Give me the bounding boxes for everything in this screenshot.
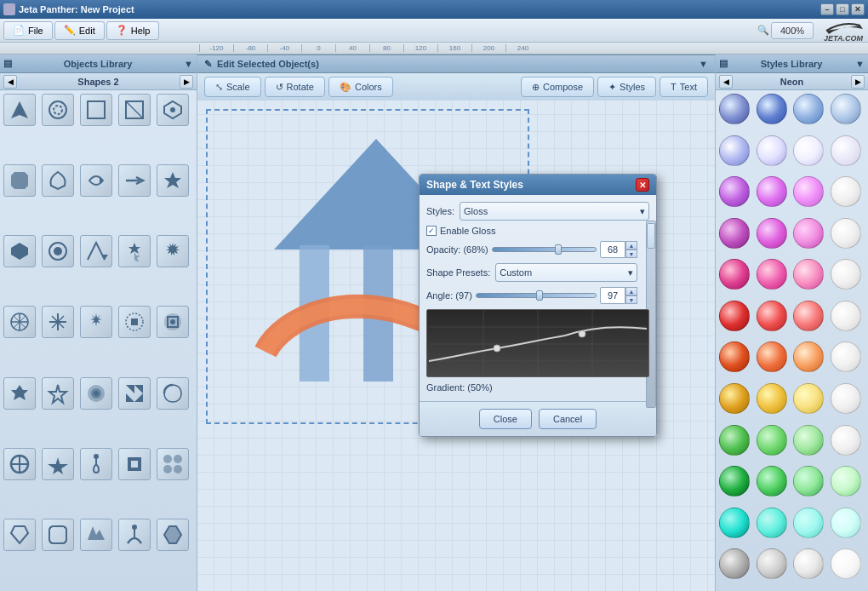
scale-button[interactable]: ⤡ Scale	[204, 77, 261, 97]
minimize-button[interactable]: –	[820, 3, 834, 15]
opacity-decrement[interactable]: ▼	[625, 250, 637, 258]
style-ball[interactable]	[719, 176, 750, 207]
style-ball[interactable]	[831, 383, 861, 414]
shape-item[interactable]	[118, 164, 151, 197]
close-button[interactable]: ✕	[851, 3, 865, 15]
dialog-close-button[interactable]: ✕	[636, 178, 649, 192]
shape-item[interactable]	[42, 235, 74, 267]
colors-button[interactable]: 🎨 Colors	[328, 77, 393, 97]
opacity-increment[interactable]: ▲	[625, 241, 637, 250]
style-ball[interactable]	[793, 94, 824, 124]
angle-increment[interactable]: ▲	[625, 287, 637, 296]
compose-button[interactable]: ⊕ Compose	[521, 77, 594, 97]
shape-item[interactable]	[118, 448, 151, 480]
shape-presets-select[interactable]: Custom ▾	[495, 263, 637, 282]
style-ball[interactable]	[719, 548, 750, 579]
style-ball[interactable]	[757, 508, 787, 538]
shape-item[interactable]	[3, 235, 36, 267]
zoom-input[interactable]: 400%	[771, 22, 814, 39]
objects-prev-button[interactable]: ◀	[3, 75, 17, 89]
style-ball[interactable]	[793, 301, 824, 331]
shape-item[interactable]	[118, 235, 151, 267]
angle-value[interactable]: 97	[600, 287, 625, 304]
file-menu[interactable]: 📄 File	[3, 21, 53, 40]
style-ball[interactable]	[831, 301, 861, 331]
style-ball[interactable]	[831, 466, 861, 496]
style-ball[interactable]	[831, 425, 861, 456]
style-ball[interactable]	[757, 383, 787, 414]
shape-item[interactable]	[3, 94, 36, 126]
style-ball[interactable]	[757, 341, 787, 372]
style-ball[interactable]	[831, 135, 861, 166]
style-ball[interactable]	[831, 508, 861, 538]
style-ball[interactable]	[719, 94, 750, 124]
shape-item[interactable]	[42, 377, 74, 410]
opacity-value[interactable]: 68	[600, 241, 625, 258]
style-ball[interactable]	[719, 341, 750, 372]
close-button[interactable]: Close	[479, 409, 532, 429]
style-ball[interactable]	[757, 301, 787, 331]
shape-item[interactable]	[157, 235, 189, 267]
style-ball[interactable]	[719, 218, 750, 249]
style-ball[interactable]	[757, 425, 787, 456]
style-ball[interactable]	[793, 548, 824, 579]
style-ball[interactable]	[757, 135, 787, 166]
style-ball[interactable]	[793, 425, 824, 456]
style-ball[interactable]	[757, 466, 787, 496]
style-ball[interactable]	[719, 508, 750, 538]
shape-item[interactable]	[42, 448, 74, 480]
angle-slider[interactable]	[476, 293, 597, 298]
shape-item[interactable]	[157, 164, 189, 197]
shape-item[interactable]	[157, 448, 189, 480]
shape-item[interactable]	[80, 306, 112, 338]
style-ball[interactable]	[719, 135, 750, 166]
shape-item[interactable]	[42, 164, 74, 197]
angle-decrement[interactable]: ▼	[625, 296, 637, 304]
styles-panel-collapse[interactable]: ▼	[855, 59, 865, 69]
shape-item[interactable]	[118, 377, 151, 410]
style-ball[interactable]	[757, 259, 787, 290]
style-ball[interactable]	[831, 341, 861, 372]
style-ball[interactable]	[793, 218, 824, 249]
shape-item[interactable]	[3, 377, 36, 410]
shape-item[interactable]	[42, 519, 74, 551]
edit-menu[interactable]: ✏️ Edit	[54, 21, 105, 40]
shape-item[interactable]	[80, 377, 112, 410]
shape-item[interactable]	[3, 164, 36, 197]
style-ball[interactable]	[793, 466, 824, 496]
style-ball[interactable]	[793, 383, 824, 414]
edit-panel-collapse[interactable]: ▼	[699, 59, 708, 69]
style-ball[interactable]	[719, 383, 750, 414]
styles-button[interactable]: ✦ Styles	[597, 77, 656, 97]
shape-item[interactable]	[157, 306, 189, 338]
style-ball[interactable]	[757, 548, 787, 579]
maximize-button[interactable]: □	[836, 3, 849, 15]
styles-prev-button[interactable]: ◀	[719, 75, 733, 89]
style-ball[interactable]	[757, 94, 787, 124]
shape-item[interactable]	[42, 306, 74, 338]
help-menu[interactable]: ❓ Help	[106, 21, 160, 40]
style-ball[interactable]	[831, 218, 861, 249]
style-ball[interactable]	[719, 259, 750, 290]
objects-panel-collapse[interactable]: ▼	[184, 59, 193, 69]
angle-thumb[interactable]	[536, 290, 543, 301]
style-ball[interactable]	[719, 466, 750, 496]
style-ball[interactable]	[719, 301, 750, 331]
style-ball[interactable]	[793, 508, 824, 538]
styles-select[interactable]: Gloss ▾	[460, 202, 649, 221]
shape-item[interactable]	[157, 519, 189, 551]
opacity-slider[interactable]	[492, 247, 597, 252]
shape-item[interactable]	[80, 235, 112, 267]
shape-item[interactable]	[157, 94, 189, 126]
text-button[interactable]: T Text	[660, 77, 708, 97]
styles-next-button[interactable]: ▶	[851, 75, 865, 89]
style-ball[interactable]	[831, 94, 861, 124]
rotate-button[interactable]: ↺ Rotate	[265, 77, 325, 97]
style-ball[interactable]	[793, 341, 824, 372]
shape-item[interactable]	[80, 94, 112, 126]
shape-item[interactable]	[3, 519, 36, 551]
shape-item[interactable]	[118, 94, 151, 126]
style-ball[interactable]	[719, 425, 750, 456]
objects-next-button[interactable]: ▶	[180, 75, 193, 89]
shape-item[interactable]	[118, 519, 151, 551]
